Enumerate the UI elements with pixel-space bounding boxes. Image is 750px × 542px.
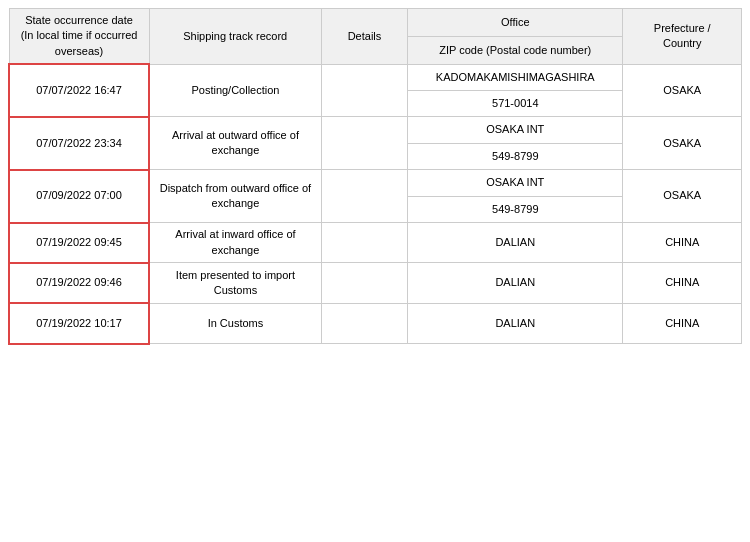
office-name-5: DALIAN	[408, 304, 622, 343]
office-name-0: KADOMAKAMISHIMAGASHIRA	[408, 65, 622, 91]
country-cell-4: CHINA	[623, 263, 742, 303]
header-track: Shipping track record	[149, 9, 321, 65]
header-date: State occurrence date(In local time if o…	[9, 9, 149, 65]
header-office-zip: ZIP code (Postal code number)	[408, 36, 623, 64]
details-cell-4	[321, 263, 407, 303]
header-details: Details	[321, 9, 407, 65]
date-cell-3: 07/19/2022 09:45	[9, 223, 149, 263]
shipping-table-container: State occurrence date(In local time if o…	[0, 0, 750, 542]
date-cell-2: 07/09/2022 07:00	[9, 170, 149, 223]
office-cell-4: DALIAN	[408, 263, 623, 303]
header-office-top: Office	[408, 9, 623, 37]
track-cell-5: In Customs	[149, 303, 321, 343]
office-zip-1: 549-8799	[408, 144, 622, 169]
track-cell-1: Arrival at outward office of exchange	[149, 117, 321, 170]
office-name-3: DALIAN	[408, 223, 622, 262]
country-cell-1: OSAKA	[623, 117, 742, 170]
office-name-4: DALIAN	[408, 263, 622, 302]
date-cell-5: 07/19/2022 10:17	[9, 303, 149, 343]
shipping-table: State occurrence date(In local time if o…	[8, 8, 742, 345]
office-cell-2: OSAKA INT549-8799	[408, 170, 623, 223]
country-cell-5: CHINA	[623, 303, 742, 343]
track-cell-0: Posting/Collection	[149, 64, 321, 117]
country-cell-2: OSAKA	[623, 170, 742, 223]
office-name-2: OSAKA INT	[408, 170, 622, 196]
office-cell-1: OSAKA INT549-8799	[408, 117, 623, 170]
office-cell-0: KADOMAKAMISHIMAGASHIRA571-0014	[408, 64, 623, 117]
details-cell-2	[321, 170, 407, 223]
office-cell-3: DALIAN	[408, 223, 623, 263]
track-cell-2: Dispatch from outward office of exchange	[149, 170, 321, 223]
date-cell-1: 07/07/2022 23:34	[9, 117, 149, 170]
track-cell-3: Arrival at inward office of exchange	[149, 223, 321, 263]
office-zip-2: 549-8799	[408, 197, 622, 222]
header-prefecture: Prefecture /Country	[623, 9, 742, 65]
office-name-1: OSAKA INT	[408, 117, 622, 143]
date-cell-0: 07/07/2022 16:47	[9, 64, 149, 117]
details-cell-0	[321, 64, 407, 117]
country-cell-0: OSAKA	[623, 64, 742, 117]
date-cell-4: 07/19/2022 09:46	[9, 263, 149, 303]
details-cell-5	[321, 303, 407, 343]
track-cell-4: Item presented to import Customs	[149, 263, 321, 303]
country-cell-3: CHINA	[623, 223, 742, 263]
details-cell-3	[321, 223, 407, 263]
office-zip-0: 571-0014	[408, 91, 622, 116]
details-cell-1	[321, 117, 407, 170]
office-cell-5: DALIAN	[408, 303, 623, 343]
